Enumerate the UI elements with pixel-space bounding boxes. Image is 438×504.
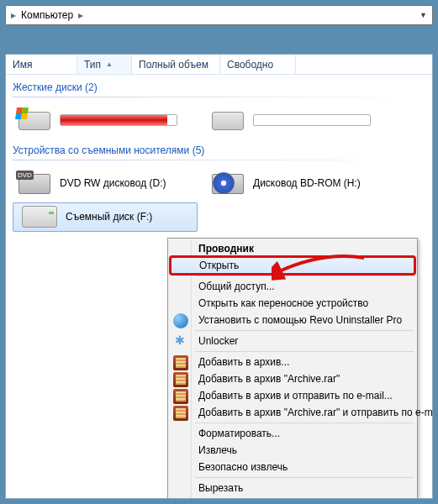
- context-cut[interactable]: Вырезать: [170, 480, 415, 496]
- sort-indicator-icon: ▲: [106, 60, 113, 68]
- bd-drive-icon[interactable]: [209, 171, 246, 196]
- context-share[interactable]: Общий доступ...: [170, 278, 415, 295]
- column-type-label: Тип: [84, 59, 101, 71]
- explorer-window: ▸ Компьютер ▸ ▼ Имя Тип ▲ Полный объем С…: [0, 0, 438, 504]
- column-name[interactable]: Имя: [6, 55, 77, 74]
- removable-drive-icon: [22, 206, 57, 228]
- column-free[interactable]: Свободно: [220, 55, 296, 74]
- winrar-icon: [173, 406, 188, 421]
- context-item-label: Добавить в архив...: [198, 356, 289, 368]
- address-bar[interactable]: ▸ Компьютер ▸ ▼: [5, 5, 433, 25]
- context-revo[interactable]: Установить с помощью Revo Uninstaller Pr…: [170, 312, 415, 328]
- context-archive-email[interactable]: Добавить в архив и отправить по e-mail..…: [170, 387, 415, 404]
- separator: [195, 477, 414, 478]
- context-item-label: Установить с помощью Revo Uninstaller Pr…: [198, 314, 402, 326]
- breadcrumb-sep-icon: ▸: [78, 9, 83, 21]
- drive-c-usage-bar: [60, 114, 177, 126]
- separator: [195, 276, 414, 276]
- drive-d-usage-bar: [253, 114, 371, 126]
- content-pane: Имя Тип ▲ Полный объем Свободно Жесткие …: [5, 54, 433, 499]
- separator: [195, 351, 414, 352]
- revo-icon: [173, 313, 188, 328]
- dvd-drive-icon[interactable]: DVD: [16, 171, 53, 196]
- drive-label: Съемный диск (F:): [66, 211, 152, 223]
- drive-label[interactable]: Дисковод BD-ROM (H:): [253, 177, 361, 189]
- context-portable[interactable]: Открыть как переносное устройство: [170, 295, 415, 312]
- breadcrumb-root[interactable]: Компьютер: [21, 9, 73, 21]
- separator: [195, 330, 414, 331]
- group-hard-drives[interactable]: Жесткие диски (2): [6, 75, 432, 97]
- column-total[interactable]: Полный объем: [132, 55, 220, 74]
- drive-row-optical: DVD DVD RW дисковод (D:) Дисковод BD-ROM…: [6, 167, 432, 201]
- breadcrumb-sep-icon: ▸: [11, 9, 16, 21]
- context-safe-eject[interactable]: Безопасно извлечь: [170, 459, 415, 475]
- hdd-icon[interactable]: [209, 108, 246, 133]
- hdd-icon[interactable]: [16, 108, 53, 133]
- context-open[interactable]: Открыть: [171, 257, 414, 274]
- divider: [13, 97, 425, 97]
- removable-drive-f-selected[interactable]: Съемный диск (F:): [13, 202, 198, 232]
- context-menu-default[interactable]: Проводник: [170, 240, 415, 257]
- context-archive-rar-email[interactable]: Добавить в архив "Archive.rar" и отправи…: [170, 404, 415, 421]
- context-item-label: Unlocker: [198, 335, 238, 347]
- column-headers: Имя Тип ▲ Полный объем Свободно: [6, 55, 432, 75]
- winrar-icon: [173, 355, 188, 370]
- context-menu: Проводник Открыть Общий доступ... Открыт…: [167, 238, 418, 499]
- drive-row-hdd: [6, 104, 432, 138]
- winrar-icon: [173, 372, 188, 387]
- column-type[interactable]: Тип ▲: [77, 55, 132, 74]
- divider: [13, 160, 425, 160]
- context-archive-add[interactable]: Добавить в архив...: [170, 354, 415, 370]
- address-dropdown-icon[interactable]: ▼: [420, 11, 427, 19]
- context-item-label: Добавить в архив и отправить по e-mail..…: [198, 390, 393, 402]
- group-removable[interactable]: Устройства со съемными носителями (5): [6, 138, 432, 160]
- context-item-label: Добавить в архив "Archive.rar" и отправи…: [198, 407, 433, 418]
- context-format[interactable]: Форматировать...: [170, 425, 415, 442]
- context-item-label: Добавить в архив "Archive.rar": [198, 373, 340, 385]
- context-eject[interactable]: Извлечь: [170, 442, 415, 459]
- context-archive-rar[interactable]: Добавить в архив "Archive.rar": [170, 370, 415, 387]
- context-unlocker[interactable]: Unlocker: [170, 333, 415, 349]
- drive-label[interactable]: DVD RW дисковод (D:): [60, 177, 166, 189]
- unlocker-icon: [173, 334, 188, 349]
- separator: [195, 423, 414, 423]
- winrar-icon: [173, 389, 188, 404]
- context-copy[interactable]: Копировать: [170, 496, 415, 499]
